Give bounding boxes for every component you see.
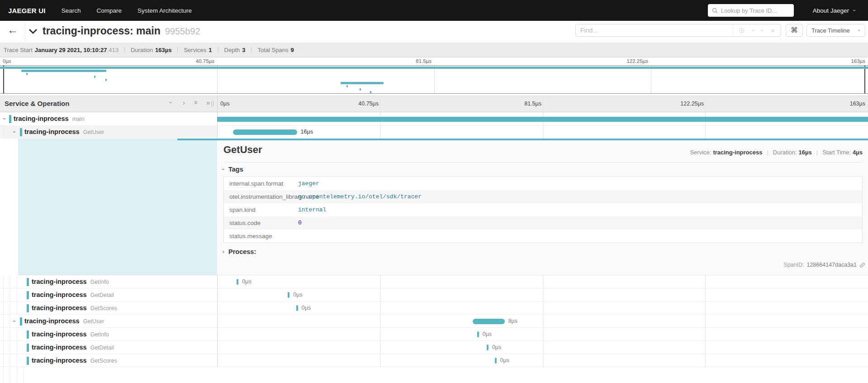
keyboard-shortcuts-button[interactable]: ⌘ <box>786 24 803 37</box>
span-bar[interactable] <box>217 117 868 122</box>
span-service-name: tracing-inprocessGetUser <box>24 128 104 135</box>
indent-guide <box>17 328 17 340</box>
span-duration-label: 0µs <box>483 331 492 337</box>
span-name-cell[interactable]: ›tracing-inprocessGetUser <box>0 315 217 327</box>
span-row-getuser[interactable]: ›tracing-inprocessGetUser16µs <box>0 126 868 139</box>
tag-row-span.kind[interactable]: span.kindinternal <box>224 203 862 216</box>
back-button[interactable]: ← <box>7 24 18 35</box>
span-name-cell[interactable]: tracing-inprocessGetInfo <box>0 328 217 340</box>
nav-item-search[interactable]: Search <box>62 7 81 14</box>
span-color-accent <box>27 278 29 286</box>
span-row-getinfo[interactable]: tracing-inprocessGetInfo0µs <box>0 275 868 288</box>
timeline-header <box>0 96 868 112</box>
tag-key: status.message <box>224 233 298 239</box>
indent-guide <box>3 126 4 139</box>
span-row-getdetail[interactable]: tracing-inprocessGetDetail0µs <box>0 288 868 302</box>
ruler-tick-3: 122.25µs <box>659 101 704 107</box>
copy-link-icon[interactable] <box>859 262 865 268</box>
span-bar[interactable] <box>288 292 289 298</box>
tag-row-internal.span.format[interactable]: internal.span.formatjaeger <box>224 177 862 190</box>
span-color-accent <box>27 291 29 299</box>
span-bar[interactable] <box>296 305 298 311</box>
minimap-left-scrubber[interactable] <box>3 66 4 93</box>
minimap-span-bar <box>105 79 107 81</box>
minimap-right-scrubber[interactable] <box>864 66 865 93</box>
nav-item-compare[interactable]: Compare <box>96 7 122 14</box>
tag-row-status.message[interactable]: status.message <box>224 230 862 243</box>
span-bar[interactable] <box>495 358 497 364</box>
span-duration-label: 0µs <box>293 292 302 298</box>
span-detail-panel: GetUser Service:tracing-inprocess | Dura… <box>217 140 868 275</box>
span-name-cell[interactable]: tracing-inprocessGetInfo <box>0 275 217 288</box>
prev-result-icon[interactable]: › <box>749 29 755 31</box>
app-logo[interactable]: JAEGER UI <box>8 7 46 14</box>
span-operation-name: main <box>72 116 85 122</box>
span-row-getinfo[interactable]: tracing-inprocessGetInfo0µs <box>0 328 868 341</box>
nav-item-system-architecture[interactable]: System Architecture <box>138 7 192 14</box>
minimap-span-bar <box>346 85 348 87</box>
clear-search-icon[interactable]: × <box>771 27 775 34</box>
span-bar[interactable] <box>473 319 505 324</box>
tag-key: status.code <box>224 220 298 226</box>
span-name-cell[interactable]: ›tracing-inprocessmain <box>0 112 217 125</box>
span-color-accent <box>27 304 29 312</box>
tags-accordion-toggle[interactable]: › Tags <box>223 166 243 173</box>
span-row-getdetail[interactable]: tracing-inprocessGetDetail0µs <box>0 341 868 354</box>
span-name-cell[interactable]: tracing-inprocessGetScores <box>0 354 217 367</box>
span-row-main[interactable]: ›tracing-inprocessmain <box>0 112 868 126</box>
trace-view-selector[interactable]: Trace Timeline › <box>806 24 865 37</box>
tags-title: Tags <box>228 166 243 173</box>
span-detail-overview: Service:tracing-inprocess | Duration:16µ… <box>690 149 863 156</box>
expand-all-icon[interactable]: » <box>206 99 210 106</box>
about-jaeger-menu[interactable]: About Jaeger <box>813 7 849 14</box>
span-expander-icon[interactable]: › <box>11 320 18 322</box>
span-color-accent <box>27 330 29 339</box>
indent-guide <box>3 275 4 288</box>
span-name-cell[interactable]: tracing-inprocessGetDetail <box>0 341 217 354</box>
find-input[interactable]: Find... › › × <box>575 24 781 37</box>
span-duration-label: 0µs <box>242 278 251 285</box>
tag-row-otel.instrumentation_library.name[interactable]: otel.instrumentation_library.namego.open… <box>224 190 862 203</box>
process-title: Process: <box>228 248 256 255</box>
indent-guide <box>3 354 4 367</box>
indent-guide <box>17 288 17 301</box>
top-nav: JAEGER UI Search Compare System Architec… <box>0 0 868 21</box>
span-duration-label: 0µs <box>492 344 501 350</box>
ruler-tick-2: 81.5µs <box>496 101 541 107</box>
span-bar[interactable] <box>477 331 479 337</box>
span-expander-icon[interactable]: › <box>11 131 18 133</box>
span-detail-indent-band <box>18 139 217 275</box>
minimap-span-bar <box>370 91 371 93</box>
column-resize-grip[interactable] <box>211 101 213 106</box>
span-service-name: tracing-inprocessGetInfo <box>32 330 109 338</box>
tag-value: 0 <box>298 220 302 226</box>
process-accordion-toggle[interactable]: › Process: <box>223 248 256 255</box>
span-operation-name: GetScores <box>90 358 117 364</box>
span-row-getscores[interactable]: tracing-inprocessGetScores0µs <box>0 302 868 315</box>
span-id-row: SpanID: 128664147daca3a1 <box>783 262 865 268</box>
span-row-getscores[interactable]: tracing-inprocessGetScores0µs <box>0 354 868 367</box>
span-row-getuser[interactable]: ›tracing-inprocessGetUser8µs <box>0 315 868 328</box>
trace-title: tracing-inprocess: main9955b92 <box>43 25 200 37</box>
span-bar[interactable] <box>233 129 297 135</box>
tag-row-status.code[interactable]: status.code0 <box>224 216 862 230</box>
focus-match-icon[interactable] <box>739 28 744 33</box>
divider <box>25 23 25 41</box>
trace-name: tracing-inprocess: main <box>43 25 161 37</box>
next-result-icon[interactable]: › <box>759 29 765 31</box>
span-bar[interactable] <box>487 345 489 350</box>
indent-guide <box>17 275 17 288</box>
span-expander-icon[interactable]: › <box>1 118 8 120</box>
trace-title-chevron-icon[interactable] <box>28 28 38 36</box>
collapse-all-icon[interactable]: » <box>193 101 200 104</box>
span-name-cell[interactable]: ›tracing-inprocessGetUser <box>0 126 217 139</box>
collapse-one-icon[interactable]: › <box>168 101 175 104</box>
expand-one-icon[interactable]: › <box>183 99 185 106</box>
span-detail-bottom-border <box>18 275 868 275</box>
span-name-cell[interactable]: tracing-inprocessGetDetail <box>0 288 217 301</box>
trace-depth: Depth3 <box>224 47 246 53</box>
span-name-cell[interactable]: tracing-inprocessGetScores <box>0 302 217 314</box>
trace-minimap[interactable] <box>0 65 868 94</box>
span-bar[interactable] <box>237 279 238 285</box>
trace-id-lookup-input[interactable]: Lookup by Trace ID... <box>708 4 794 17</box>
